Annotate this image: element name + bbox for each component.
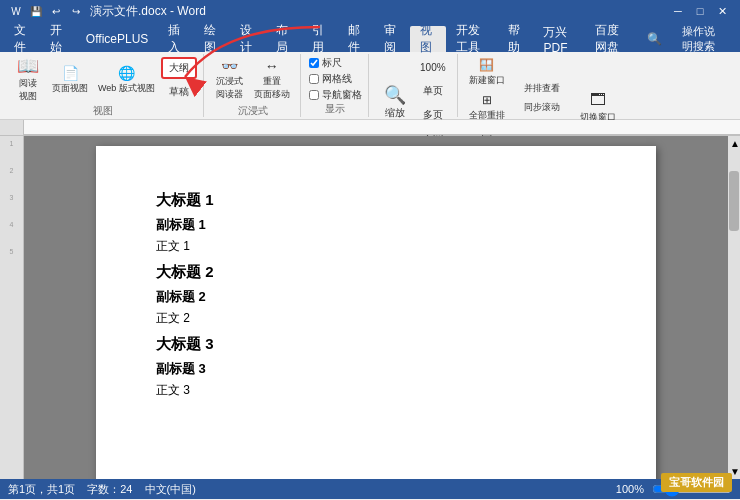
show-group-label: 显示 — [325, 102, 345, 116]
tab-insert[interactable]: 插入 — [158, 26, 194, 52]
single-page-button[interactable]: 单页 — [415, 80, 451, 102]
tab-devtools[interactable]: 开发工具 — [446, 26, 498, 52]
zoom-label: 缩放 — [385, 106, 405, 120]
new-window-button[interactable]: 🪟 新建窗口 — [466, 56, 508, 89]
language-status: 中文(中国) — [145, 482, 196, 497]
heading1-1: 大标题 1 — [156, 186, 596, 213]
horizontal-ruler — [24, 120, 740, 135]
tab-baiduyun[interactable]: 百度网盘 — [585, 26, 637, 52]
quick-access-toolbar: W 💾 ↩ ↪ — [8, 3, 84, 19]
left-ruler: 1 2 3 4 5 — [0, 136, 24, 479]
outline-view-label: 大纲 — [169, 61, 189, 75]
side-by-side-button[interactable]: 并排查看 — [512, 80, 572, 97]
show-items: 标尺 网格线 导航窗格 — [309, 56, 362, 102]
web-layout-icon: 🌐 — [118, 66, 135, 80]
immersive-group-label: 沉浸式 — [238, 104, 268, 118]
read-view-icon: 📖 — [17, 57, 39, 75]
tab-references[interactable]: 引用 — [302, 26, 338, 52]
grid-checkbox-item[interactable]: 网格线 — [309, 72, 362, 86]
tab-file[interactable]: 文件 — [4, 26, 40, 52]
heading1-3: 大标题 3 — [156, 330, 596, 357]
ruler-number: 1 — [10, 140, 14, 147]
sync-scroll-label: 同步滚动 — [524, 101, 560, 114]
read-view-button[interactable]: 📖 阅读视图 — [10, 56, 46, 104]
maximize-button[interactable]: □ — [690, 3, 710, 19]
save-icon[interactable]: 💾 — [28, 3, 44, 19]
immersive-reader-icon: 👓 — [221, 59, 238, 73]
ruler-number: 2 — [10, 167, 14, 174]
nav-checkbox[interactable] — [309, 90, 319, 100]
ruler-corner — [0, 120, 24, 135]
ribbon-content: 📖 阅读视图 📄 页面视图 🌐 Web 版式视图 大纲 草稿 视图 — [0, 52, 740, 120]
ruler-number: 3 — [10, 194, 14, 201]
minimize-button[interactable]: ─ — [668, 3, 688, 19]
single-page-label: 单页 — [423, 84, 443, 98]
switch-window-icon: 🗔 — [590, 91, 606, 109]
show-checkboxes: 标尺 网格线 导航窗格 — [309, 56, 362, 102]
views-items: 📖 阅读视图 📄 页面视图 🌐 Web 版式视图 大纲 草稿 — [10, 56, 197, 104]
document-page: 大标题 1 副标题 1 正文 1 大标题 2 副标题 2 正文 2 大标题 3 … — [96, 146, 656, 479]
zoom-100-label: 100% — [420, 62, 446, 73]
web-layout-button[interactable]: 🌐 Web 版式视图 — [94, 56, 159, 104]
tab-wps[interactable]: 万兴PDF — [533, 26, 585, 52]
document-scroll: 大标题 1 副标题 1 正文 1 大标题 2 副标题 2 正文 2 大标题 3 … — [24, 136, 728, 479]
word-logo-icon: W — [8, 3, 24, 19]
tab-review[interactable]: 审阅 — [374, 26, 410, 52]
draft-view-label: 草稿 — [169, 85, 189, 99]
paragraph-3: 正文 3 — [156, 380, 596, 402]
scroll-up-button[interactable]: ▲ — [728, 136, 740, 151]
all-arrange-icon: ⊞ — [482, 93, 492, 107]
svg-rect-1 — [24, 134, 740, 135]
close-button[interactable]: ✕ — [712, 3, 732, 19]
tab-search[interactable]: 🔍 — [637, 26, 672, 52]
tab-ophelp[interactable]: 操作说明搜索 — [672, 26, 736, 52]
nav-checkbox-item[interactable]: 导航窗格 — [309, 88, 362, 102]
side-by-side-label: 并排查看 — [524, 82, 560, 95]
ruler-number: 5 — [10, 248, 14, 255]
immersive-reader-button[interactable]: 👓 沉浸式阅读器 — [212, 56, 248, 104]
draft-view-button[interactable]: 草稿 — [161, 81, 197, 103]
page-move-icon: ↔ — [265, 59, 279, 73]
new-window-label: 新建窗口 — [469, 74, 505, 87]
ribbon-tabs: 文件 开始 OfficePLUS 插入 绘图 设计 布局 引用 邮件 审阅 视图… — [0, 22, 740, 52]
title-bar: W 💾 ↩ ↪ 演示文件.docx - Word ─ □ ✕ — [0, 0, 740, 22]
outline-view-button[interactable]: 大纲 — [161, 57, 197, 79]
page-move-button[interactable]: ↔ 重置页面移动 — [250, 56, 294, 104]
word-count: 字数：24 — [87, 482, 132, 497]
title-bar-left: W 💾 ↩ ↪ 演示文件.docx - Word — [8, 3, 206, 20]
tab-design[interactable]: 设计 — [230, 26, 266, 52]
tab-mailings[interactable]: 邮件 — [338, 26, 374, 52]
tab-home[interactable]: 开始 — [40, 26, 76, 52]
tab-help[interactable]: 帮助 — [498, 26, 534, 52]
undo-icon[interactable]: ↩ — [48, 3, 64, 19]
ruler-number: 4 — [10, 221, 14, 228]
ribbon-group-views: 📖 阅读视图 📄 页面视图 🌐 Web 版式视图 大纲 草稿 视图 — [4, 54, 204, 117]
print-layout-button[interactable]: 📄 页面视图 — [48, 56, 92, 104]
tab-draw[interactable]: 绘图 — [194, 26, 230, 52]
ribbon-group-window: 🪟 新建窗口 ⊞ 全部重排 ⬓ 拆分 并排查看 同步滚动 — [460, 54, 626, 117]
ruler-checkbox-item[interactable]: 标尺 — [309, 56, 362, 70]
redo-icon[interactable]: ↪ — [68, 3, 84, 19]
zoom-100-button[interactable]: 100% — [415, 56, 451, 78]
zoom-icon: 🔍 — [384, 86, 406, 104]
page-status: 第1页，共1页 — [8, 482, 75, 497]
ruler-checkbox[interactable] — [309, 58, 319, 68]
paragraph-1: 正文 1 — [156, 236, 596, 258]
print-layout-label: 页面视图 — [52, 82, 88, 95]
heading2-2: 副标题 2 — [156, 285, 596, 308]
heading1-2: 大标题 2 — [156, 258, 596, 285]
grid-checkbox[interactable] — [309, 74, 319, 84]
ribbon-group-immersive: 👓 沉浸式阅读器 ↔ 重置页面移动 沉浸式 — [206, 54, 301, 117]
sync-scroll-button[interactable]: 同步滚动 — [512, 99, 572, 116]
immersive-reader-label: 沉浸式阅读器 — [216, 75, 243, 101]
web-layout-label: Web 版式视图 — [98, 82, 155, 95]
tab-layout[interactable]: 布局 — [266, 26, 302, 52]
document-content[interactable]: 大标题 1 副标题 1 正文 1 大标题 2 副标题 2 正文 2 大标题 3 … — [156, 186, 596, 402]
heading2-1: 副标题 1 — [156, 213, 596, 236]
tab-officeplus[interactable]: OfficePLUS — [76, 26, 158, 52]
vertical-scrollbar[interactable]: ▲ ▼ — [728, 136, 740, 479]
tab-view[interactable]: 视图 — [410, 26, 446, 52]
scroll-thumb[interactable] — [729, 171, 739, 231]
print-layout-icon: 📄 — [62, 66, 79, 80]
ruler-container — [0, 120, 740, 136]
